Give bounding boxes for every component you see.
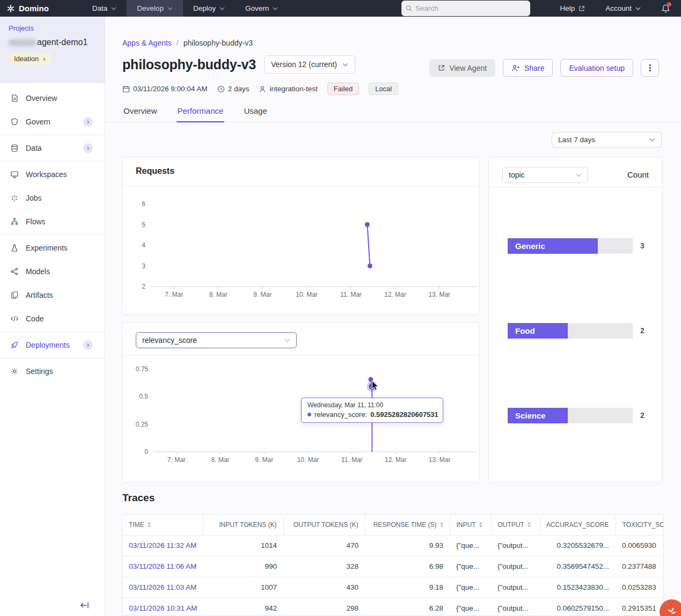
notifications-bell[interactable] [661, 4, 670, 13]
created-date: 03/11/2026 9:00:04 AM [122, 85, 208, 93]
bar-count: 2 [640, 408, 645, 423]
col-header-input[interactable]: INPUT [450, 515, 491, 535]
col-header-input-tokens-k-: INPUT TOKENS (K) [203, 515, 283, 535]
tab-usage[interactable]: Usage [244, 105, 267, 122]
traces-title: Traces [122, 492, 155, 504]
help-link[interactable]: Help [560, 4, 585, 12]
share-button[interactable]: Share [503, 59, 553, 77]
col-header-output-tokens-k-: OUTPUT TOKENS (K) [283, 515, 365, 535]
stage-badge[interactable]: Ideation › [9, 53, 51, 64]
sidebar-item-overview[interactable]: Overview [0, 86, 105, 110]
svg-text:12. Mar: 12. Mar [385, 456, 407, 464]
sidebar-item-code[interactable]: Code [0, 307, 105, 331]
requests-line-chart[interactable]: 7. Mar8. Mar9. Mar10. Mar11. Mar12. Mar1… [122, 187, 480, 313]
breadcrumb-apps-agents[interactable]: Apps & Agents [122, 39, 172, 47]
more-options-button[interactable]: ⋮ [641, 59, 659, 77]
model-icon [10, 267, 19, 276]
divider [0, 161, 105, 162]
trace-cell: 430 [283, 577, 365, 598]
sidebar-item-workspaces[interactable]: Workspaces [0, 163, 105, 186]
sidebar-item-govern[interactable]: Govern› [0, 110, 105, 134]
trace-cell: 942 [203, 598, 283, 616]
search-input[interactable] [415, 4, 526, 12]
account-menu[interactable]: Account [605, 4, 641, 12]
svg-text:13. Mar: 13. Mar [428, 291, 450, 298]
sidebar-item-experiments[interactable]: Experiments [0, 236, 105, 260]
sort-icon[interactable] [479, 522, 482, 527]
topic-bar-food[interactable]: Food2 [508, 323, 656, 339]
sidebar-item-data[interactable]: Data› [0, 136, 105, 160]
sidebar-item-models[interactable]: Models [0, 260, 105, 283]
domino-logo-icon [6, 4, 15, 13]
sidebar-item-flows[interactable]: Flows [0, 210, 105, 233]
chevron-down-icon [635, 7, 641, 10]
sort-icon[interactable] [148, 522, 151, 527]
divider [0, 135, 105, 135]
mouse-cursor [371, 380, 379, 393]
search-icon [406, 5, 412, 12]
sidebar-item-artifacts[interactable]: Artifacts [0, 283, 105, 307]
svg-text:9. Mar: 9. Mar [253, 291, 272, 298]
rocket-icon [10, 341, 19, 349]
user-plus-icon [511, 64, 520, 72]
trace-cell: {"que... [450, 598, 491, 616]
flow-icon [10, 217, 19, 226]
version-selector[interactable]: Version 12 (current) [264, 55, 355, 74]
time-range-selector[interactable]: Last 7 days [552, 132, 662, 148]
col-header-response-time-s-[interactable]: RESPONSE TIME (S) [365, 515, 450, 535]
projects-link[interactable]: Projects [9, 24, 96, 32]
tab-performance[interactable]: Performance [178, 105, 224, 122]
trace-cell: 0.3205532679... [540, 535, 616, 556]
trace-time-link[interactable]: 03/11/2026 11:32 AM [122, 535, 203, 556]
gear-icon [10, 367, 19, 376]
monitor-icon [10, 170, 19, 179]
trace-cell: 6.28 [365, 598, 450, 616]
trace-cell: 0.1523423830... [540, 577, 616, 598]
external-link-icon [438, 64, 445, 71]
nav-item-deploy[interactable]: Deploy [183, 0, 235, 17]
sidebar-item-settings[interactable]: Settings [0, 360, 105, 383]
metric-selector[interactable]: relevancy_score [136, 332, 297, 348]
nav-item-data[interactable]: Data [82, 0, 127, 17]
sidebar-item-jobs[interactable]: Jobs [0, 186, 105, 210]
svg-text:7. Mar: 7. Mar [167, 456, 186, 464]
metric-card: relevancy_score 7. Mar8. Mar9. Mar10. Ma… [122, 322, 480, 483]
owner: integration-test [259, 85, 317, 93]
trace-time-link[interactable]: 03/11/2026 10:31 AM [122, 598, 203, 616]
artifact-icon [10, 291, 19, 299]
tooltip-value: 0.5925282820607531 [370, 410, 438, 419]
nav-item-govern[interactable]: Govern [235, 0, 288, 17]
domino-logo[interactable]: Domino [0, 0, 56, 17]
trace-time-link[interactable]: 03/11/2026 11:06 AM [122, 556, 203, 577]
user-icon [259, 85, 266, 93]
sort-icon[interactable] [440, 522, 443, 527]
svg-text:13. Mar: 13. Mar [429, 456, 451, 464]
tooltip-date: Wednesday, Mar 11, 11:00 [307, 401, 437, 409]
tab-overview[interactable]: Overview [123, 105, 157, 122]
sort-icon[interactable] [528, 522, 531, 527]
collapse-sidebar-button[interactable] [79, 601, 90, 612]
evaluation-setup-button[interactable]: Evaluation setup [560, 59, 633, 77]
svg-text:12. Mar: 12. Mar [384, 291, 406, 298]
logo-text: Domino [19, 4, 49, 13]
col-header-time[interactable]: TIME [122, 515, 203, 535]
chevron-down-icon [649, 138, 655, 142]
topic-selector[interactable]: topic [502, 167, 588, 183]
sidebar-item-deployments[interactable]: Deployments› [0, 333, 105, 357]
tabs-bar: OverviewPerformanceUsage [105, 105, 681, 122]
svg-text:10. Mar: 10. Mar [296, 291, 318, 298]
topic-bar-science[interactable]: Science2 [508, 408, 656, 423]
trace-time-link[interactable]: 03/11/2026 11:03 AM [122, 577, 203, 598]
trace-cell: {"que... [450, 577, 491, 598]
nav-item-develop[interactable]: Develop [127, 0, 183, 17]
trace-cell: 0.2377488 [616, 556, 664, 577]
bar-label: Generic [508, 241, 545, 251]
meta-row: 03/11/2026 9:00:04 AM 2 days integration… [122, 83, 398, 95]
view-agent-button[interactable]: View Agent [429, 59, 495, 77]
chart-tooltip: Wednesday, Mar 11, 11:00 relevancy_score… [301, 398, 443, 423]
col-header-output[interactable]: OUTPUT [491, 515, 540, 535]
bar-label: Science [508, 411, 546, 420]
topic-bar-generic[interactable]: Generic3 [508, 238, 656, 254]
table-row: 03/11/2026 11:32 AM10144709.93{"que...{"… [122, 535, 664, 556]
trace-cell: {"output... [491, 556, 540, 577]
